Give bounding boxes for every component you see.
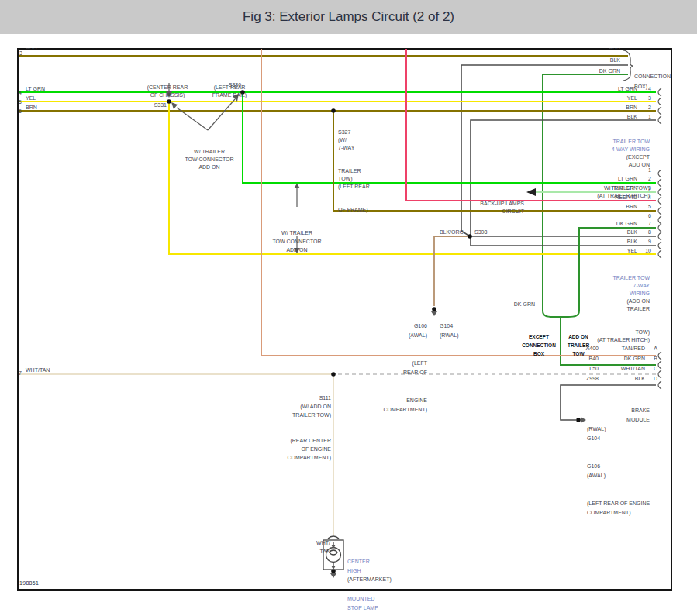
label-cb-blk: BLK bbox=[589, 57, 620, 64]
circuit-id: Z998 bbox=[563, 376, 599, 382]
pin-color-label: BLK bbox=[603, 376, 645, 382]
connector-7way-pin-row-3: WHT/LT GRN3 bbox=[589, 185, 651, 191]
wire-label-7: WHT/TAN bbox=[26, 367, 50, 373]
splice-s327-dot bbox=[331, 108, 336, 113]
pin-color-label: BLK bbox=[589, 229, 637, 236]
wire-number-6: 6 bbox=[19, 108, 22, 115]
splice-s308-dot bbox=[468, 234, 472, 239]
connector-7way-pin10-icon bbox=[658, 250, 661, 258]
brake-connector-pinD-icon bbox=[658, 381, 661, 389]
connector-7way-pin-row-4: RED/VIO4 bbox=[589, 194, 651, 201]
pin-color-label: BRN bbox=[589, 105, 637, 111]
brake-connector-pinA-icon bbox=[658, 352, 661, 360]
label-ground-g106-awal: G106(AWAL) (LEFTREAR OF ENGINECOMPARTMEN… bbox=[365, 303, 427, 433]
circuit-id: L50 bbox=[563, 366, 599, 372]
label-ground-right: (RWAL)G104 G106(AWAL) (LEFT REAR OF ENGI… bbox=[587, 406, 672, 536]
pin-color-label: WHT/TAN bbox=[603, 366, 645, 372]
pin-number: 2 bbox=[643, 176, 651, 182]
wire-number-4: 4 bbox=[19, 90, 22, 96]
connector-4way-pin-row-1: BLK1 bbox=[589, 114, 651, 120]
pin-color-label: RED/VIO bbox=[589, 194, 637, 201]
label-ground-g104-rwal: G104(RWAL) bbox=[440, 303, 486, 359]
connector-7way-pin-row-9: BLK9 bbox=[589, 239, 651, 245]
label-cb-dkgrn: DK GRN bbox=[589, 68, 620, 74]
pin-number: 2 bbox=[643, 105, 651, 111]
lamp-arrow-bottom-icon bbox=[331, 566, 336, 570]
pin-number: 9 bbox=[643, 239, 651, 245]
pin-letter: D bbox=[650, 376, 657, 382]
pin-number: 10 bbox=[643, 248, 651, 254]
wire-label-5: YEL bbox=[26, 95, 36, 102]
connector-7way-pin1-icon bbox=[658, 170, 661, 177]
label-row3-right-clipped: BRN bbox=[595, 48, 620, 51]
wire-number-7: 7 bbox=[19, 370, 22, 377]
circuit-id: B40 bbox=[563, 356, 599, 362]
pin-color-label: BRN bbox=[589, 204, 637, 210]
ground-mid-dot bbox=[432, 307, 436, 311]
wire-label-3-clipped: BRN bbox=[26, 48, 50, 51]
pin-number: 4 bbox=[643, 194, 651, 201]
pin-color-label: BLK bbox=[589, 239, 637, 245]
lamp-filament bbox=[330, 550, 337, 555]
ground-lamp-arrow-icon bbox=[330, 573, 336, 578]
wire-label-6: BRN bbox=[26, 105, 37, 111]
pin-number: 7 bbox=[643, 221, 651, 227]
label-backup-lamps-circuit: BACK-UP LAMPSCIRCUIT bbox=[454, 184, 524, 231]
backup-lamps-arrow-icon bbox=[526, 188, 536, 196]
wire-number-3: 3 bbox=[19, 50, 22, 57]
connector-7way-pin5-icon bbox=[658, 207, 661, 215]
brake-pin-row-d: Z998BLKD bbox=[563, 376, 657, 382]
connector-7way-pin4-icon bbox=[658, 197, 661, 205]
label-left-rear-frame-rail: (LEFT REARFRAME RAIL) bbox=[195, 68, 264, 115]
pin-color-label: DK GRN bbox=[603, 356, 645, 362]
double-arrow-top-head-icon bbox=[294, 184, 300, 188]
pin-color-label: WHT/LT GRN bbox=[589, 185, 637, 191]
brake-pin-row-b: B40DK GRNB bbox=[563, 356, 657, 362]
connector-4way-pin1-icon bbox=[658, 116, 661, 124]
pin-number: 8 bbox=[643, 229, 651, 236]
pin-number: 3 bbox=[643, 95, 651, 102]
label-tow-connector-add-on-2: W/ TRAILERTOW CONNECTORADD ON bbox=[262, 212, 332, 271]
pin-letter: C bbox=[650, 366, 657, 372]
wiring-diagram-page: Fig 3: Exterior Lamps Circuit (2 of 2) bbox=[0, 0, 697, 616]
connector-7way-pin2-icon bbox=[658, 179, 661, 187]
label-connection-box: CONNECTIONBOX) bbox=[634, 51, 679, 112]
connector-7way-pin-row-7: DK GRN7 bbox=[589, 221, 651, 227]
label-chmsl-aftermarket: (AFTERMARKET) bbox=[347, 576, 392, 583]
label-whttan-drop: WHT/TAN bbox=[299, 521, 330, 573]
connector-7way-pin3-icon bbox=[658, 188, 661, 196]
label-s308: S308 bbox=[474, 229, 487, 236]
ground-right-arrow-icon bbox=[581, 417, 586, 423]
document-number: 198851 bbox=[19, 580, 39, 586]
label-blkorg: BLK/ORG bbox=[429, 229, 464, 236]
pin-number: 4 bbox=[643, 86, 651, 92]
pin-number: 6 bbox=[643, 213, 651, 219]
connector-7way-pin-row-2: LT GRN2 bbox=[589, 176, 651, 182]
label-s111: S111(W/ ADD ONTRAILER TOW) (REAR CENTERO… bbox=[269, 377, 331, 479]
wire-number-5: 5 bbox=[19, 99, 22, 105]
connector-7way-pin-row-10: YEL10 bbox=[589, 248, 651, 254]
label-dkgrn-merge: DK GRN bbox=[504, 301, 535, 308]
connector-7way-pin-row-8: BLK8 bbox=[589, 229, 651, 236]
pin-color-label: YEL bbox=[589, 248, 637, 254]
wire-label-4: LT GRN bbox=[26, 86, 45, 92]
connector-7way-pin6-icon bbox=[658, 216, 661, 224]
splice-s111-dot bbox=[331, 372, 336, 377]
brake-connector-pinC-icon bbox=[658, 370, 661, 378]
label-s327: S327(W/7-WAY TRAILERTOW)(LEFT REAR OF FR… bbox=[338, 113, 385, 229]
connector-4way-pin-row-3: YEL3 bbox=[589, 95, 651, 102]
label-tow-connector-add-on-1: W/ TRAILERTOW CONNECTORADD ON bbox=[174, 132, 244, 187]
pin-color-label: YEL bbox=[589, 95, 637, 102]
label-s331: S331 bbox=[138, 102, 167, 108]
pin-number: 3 bbox=[643, 185, 651, 191]
connector-7way-pin-row-1: 1 bbox=[589, 167, 651, 174]
pin-color-label: DK GRN bbox=[589, 221, 637, 227]
pin-color-label: LT GRN bbox=[589, 176, 637, 182]
circuit-id: A400 bbox=[563, 346, 599, 352]
connector-4way-pin-row-2: BRN2 bbox=[589, 105, 651, 111]
connector-7way-pin7-icon bbox=[658, 224, 661, 232]
brake-pin-row-a: A400TAN/REDA bbox=[563, 346, 657, 352]
brake-pin-row-c: L50WHT/TANC bbox=[563, 366, 657, 372]
pin-color-label: LT GRN bbox=[589, 86, 637, 92]
connector-4way-pin-row-4: LT GRN4 bbox=[589, 86, 651, 92]
